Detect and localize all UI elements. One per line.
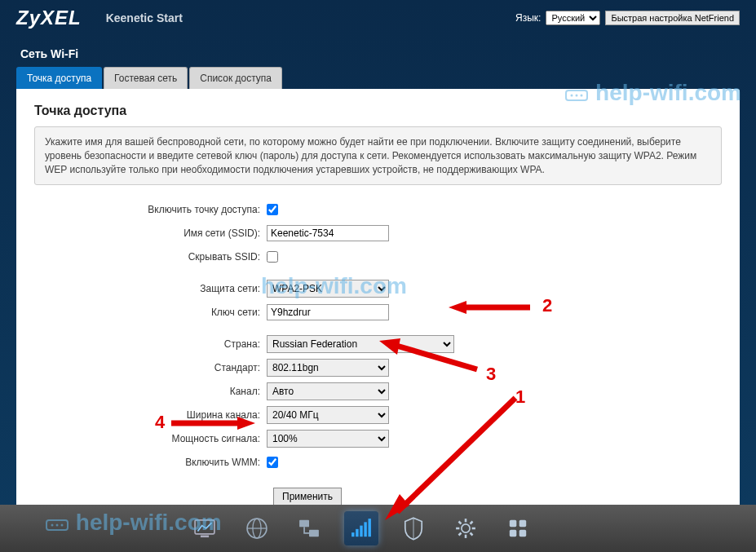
svg-rect-22	[519, 520, 527, 528]
svg-rect-8	[356, 529, 358, 537]
header-right: Язык: Русский Быстрая настройка NetFrien…	[515, 11, 740, 25]
security-label: Защита сети:	[34, 283, 267, 294]
svg-line-20	[459, 533, 462, 536]
shield-icon[interactable]	[396, 511, 431, 545]
standard-select[interactable]: 802.11bgn	[267, 359, 389, 377]
svg-point-12	[462, 524, 470, 532]
content: Точка доступа Укажите имя для вашей бесп…	[16, 89, 740, 552]
svg-rect-23	[510, 530, 517, 537]
svg-rect-5	[299, 520, 309, 528]
key-label: Ключ сети:	[34, 307, 267, 318]
country-select[interactable]: Russian Federation	[267, 335, 454, 353]
header: ZyXEL Keenetic Start Язык: Русский Быстр…	[0, 0, 756, 36]
apps-icon[interactable]	[501, 511, 535, 545]
bottom-nav	[0, 505, 756, 552]
wmm-checkbox[interactable]	[267, 457, 278, 468]
security-select[interactable]: WPA2-PSK	[267, 280, 389, 298]
power-select[interactable]: 100%	[267, 430, 389, 448]
globe-icon[interactable]	[240, 511, 274, 545]
tabs: Точка доступа Гостевая сеть Список досту…	[0, 67, 756, 89]
page-description: Укажите имя для вашей беспроводной сети,…	[34, 126, 722, 185]
apply-button[interactable]: Применить	[273, 488, 342, 506]
page-title: Точка доступа	[34, 104, 722, 118]
svg-rect-1	[201, 536, 209, 538]
country-label: Страна:	[34, 338, 267, 350]
enable-ap-label: Включить точку доступа:	[34, 204, 267, 215]
network-icon[interactable]	[292, 511, 326, 545]
width-label: Ширина канала:	[34, 409, 267, 421]
svg-rect-24	[519, 530, 527, 537]
channel-label: Канал:	[34, 386, 267, 397]
ssid-label: Имя сети (SSID):	[34, 227, 267, 239]
hide-ssid-checkbox[interactable]	[267, 251, 278, 263]
key-input[interactable]	[267, 304, 389, 320]
lang-select[interactable]: Русский	[546, 11, 600, 25]
ssid-input[interactable]	[267, 225, 389, 241]
tab-access-point[interactable]: Точка доступа	[16, 67, 102, 89]
monitor-icon[interactable]	[188, 511, 222, 545]
width-select[interactable]: 20/40 МГц	[267, 406, 389, 424]
svg-rect-21	[510, 520, 517, 528]
power-label: Мощность сигнала:	[34, 433, 267, 444]
section-title: Сеть Wi-Fi	[0, 36, 756, 67]
hide-ssid-label: Скрывать SSID:	[34, 251, 267, 263]
channel-select[interactable]: Авто	[267, 382, 389, 400]
enable-ap-checkbox[interactable]	[267, 204, 278, 215]
quick-setup-button[interactable]: Быстрая настройка NetFriend	[605, 11, 740, 25]
standard-label: Стандарт:	[34, 362, 267, 373]
svg-rect-6	[309, 530, 319, 537]
product-name: Keenetic Start	[106, 11, 183, 24]
wifi-signal-icon[interactable]	[344, 511, 378, 545]
wmm-label: Включить WMM:	[34, 457, 267, 468]
svg-line-19	[471, 522, 473, 524]
svg-line-18	[471, 533, 473, 536]
tab-access-list[interactable]: Список доступа	[189, 67, 282, 89]
svg-line-17	[459, 522, 462, 524]
gear-icon[interactable]	[449, 511, 483, 545]
tab-guest-network[interactable]: Гостевая сеть	[104, 67, 188, 89]
svg-rect-7	[351, 532, 354, 537]
svg-rect-11	[369, 519, 371, 537]
svg-rect-10	[364, 522, 366, 537]
svg-rect-9	[360, 526, 362, 537]
lang-label: Язык:	[515, 12, 541, 24]
logo: ZyXEL	[16, 7, 82, 29]
